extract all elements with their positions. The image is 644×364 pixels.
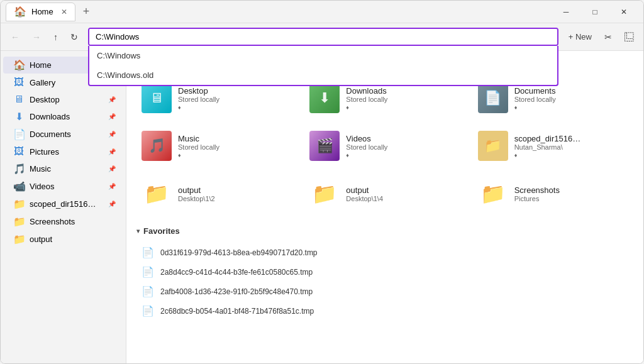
sidebar-item-downloads[interactable]: ⬇ Downloads 📌 — [3, 108, 123, 125]
folder-item-music[interactable]: 🎵 Music Stored locally ♦ — [136, 126, 297, 166]
maximize-button[interactable]: □ — [580, 1, 609, 23]
music-info: Music Stored locally ♦ — [178, 134, 219, 158]
sidebar-label-documents: Documents — [30, 130, 71, 139]
output2-thumb-icon: 📁 — [312, 182, 337, 206]
documents-pin: ♦ — [514, 104, 556, 111]
folder-item-output1[interactable]: 📁 output Desktop\1\2 — [136, 174, 297, 214]
close-button[interactable]: ✕ — [609, 1, 638, 23]
videos-pin: ♦ — [346, 152, 387, 158]
output1-thumbnail: 📁 — [142, 179, 172, 209]
address-suggestion-1[interactable]: C:\Windows — [89, 46, 557, 65]
file-item-1[interactable]: 📄 2a8d4cc9-c41d-4c44-b3fe-fe61c0580c65.t… — [136, 263, 633, 281]
file-name-3: 2c68dbc9-b054-4a01-bf48-71b476f8a51c.tmp — [160, 307, 314, 316]
sidebar-item-music[interactable]: 🎵 Music 📌 — [3, 160, 123, 177]
videos-thumbnail: 🎬 — [309, 131, 340, 161]
up-button[interactable]: ↑ — [48, 30, 63, 45]
sidebar-label-videos: Videos — [30, 182, 55, 191]
file-name-1: 2a8d4cc9-c41d-4c44-b3fe-fe61c0580c65.tmp — [160, 268, 313, 277]
sidebar-item-pictures[interactable]: 🖼 Pictures 📌 — [3, 143, 123, 160]
title-bar: 🏠 Home ✕ + ─ □ ✕ — [1, 1, 643, 23]
documents-pin-icon: 📌 — [108, 131, 116, 138]
output2-sub: Desktop\1\4 — [346, 195, 383, 202]
new-tab-button[interactable]: + — [78, 5, 95, 18]
scoped-folder-icon: 📁 — [13, 198, 25, 210]
folder-item-output2[interactable]: 📁 output Desktop\1\4 — [304, 174, 465, 214]
downloads-pin: ♦ — [346, 104, 387, 111]
sidebar-label-pictures: Pictures — [30, 147, 59, 157]
favorites-header[interactable]: ▾ Favorites — [136, 226, 633, 236]
videos-pin-icon: 📌 — [108, 183, 116, 190]
sidebar-label-home: Home — [30, 60, 52, 70]
address-input[interactable] — [89, 29, 557, 45]
documents-thumb-icon: 📄 — [484, 90, 501, 106]
scoped-info: scoped_dir1516… Nutan_Sharma\ ♦ — [514, 134, 581, 158]
sidebar-item-documents[interactable]: 📄 Documents 📌 — [3, 126, 123, 143]
sidebar-item-desktop[interactable]: 🖥 Desktop 📌 — [3, 91, 123, 108]
folder-item-scoped[interactable]: 📁 scoped_dir1516… Nutan_Sharma\ ♦ — [473, 126, 633, 166]
output1-name: output — [178, 185, 215, 195]
address-suggestion-2[interactable]: C:\Windows.old — [89, 65, 557, 85]
tab-close-button[interactable]: ✕ — [61, 8, 67, 16]
file-explorer-window: 🏠 Home ✕ + ─ □ ✕ ← → ↑ ↻ C:\Windows C:\W… — [0, 0, 644, 364]
active-tab[interactable]: 🏠 Home ✕ — [6, 3, 75, 21]
file-item-3[interactable]: 📄 2c68dbc9-b054-4a01-bf48-71b476f8a51c.t… — [136, 302, 633, 320]
music-pin-icon: 📌 — [108, 165, 116, 172]
output2-thumbnail: 📁 — [309, 179, 340, 209]
sidebar-label-desktop: Desktop — [30, 95, 60, 104]
copy-button[interactable]: ⿺ — [619, 30, 638, 45]
scoped-name: scoped_dir1516… — [514, 134, 581, 143]
output-folder-icon: 📁 — [13, 233, 25, 245]
sidebar-item-screenshots[interactable]: 📁 Screenshots — [3, 213, 123, 230]
pictures-icon: 🖼 — [13, 146, 25, 157]
documents-sub: Stored locally — [514, 96, 556, 103]
address-bar-wrapper — [88, 28, 558, 46]
sidebar-label-screenshots: Screenshots — [30, 217, 75, 226]
favorites-list: 📄 0d31f619-979d-4613-b8ea-eb9490717d20.t… — [136, 243, 633, 320]
videos-name: Videos — [346, 134, 387, 143]
sidebar-label-downloads: Downloads — [30, 112, 70, 121]
downloads-info: Downloads Stored locally ♦ — [346, 86, 387, 111]
desktop-icon: 🖥 — [13, 94, 25, 105]
new-button[interactable]: + New — [564, 30, 597, 44]
home-icon: 🏠 — [13, 59, 25, 71]
scoped-thumb-icon: 📁 — [484, 138, 501, 154]
downloads-sub: Stored locally — [346, 96, 387, 103]
back-button[interactable]: ← — [6, 30, 25, 45]
screenshots-sub: Pictures — [514, 195, 560, 202]
videos-info: Videos Stored locally ♦ — [346, 134, 387, 158]
output1-info: output Desktop\1\2 — [178, 185, 215, 202]
forward-button[interactable]: → — [27, 30, 46, 45]
sidebar-item-scoped[interactable]: 📁 scoped_dir1516… 📌 — [3, 196, 123, 212]
favorites-chevron: ▾ — [136, 228, 140, 234]
cut-button[interactable]: ✂ — [599, 30, 617, 45]
output2-name: output — [346, 185, 383, 195]
favorites-label: Favorites — [143, 226, 180, 236]
folder-item-videos[interactable]: 🎬 Videos Stored locally ♦ — [304, 126, 465, 166]
downloads-icon: ⬇ — [13, 111, 25, 123]
screenshots-name: Screenshots — [514, 185, 560, 195]
address-dropdown: C:\Windows C:\Windows.old — [88, 46, 558, 86]
downloads-pin-icon: 📌 — [108, 113, 116, 120]
minimize-button[interactable]: ─ — [552, 1, 580, 23]
downloads-name: Downloads — [346, 86, 387, 96]
videos-thumb-icon: 🎬 — [316, 138, 333, 154]
scoped-thumbnail: 📁 — [478, 131, 508, 161]
tab-title: Home — [31, 7, 53, 16]
desktop-sub: Stored locally — [178, 96, 219, 103]
sidebar-item-videos[interactable]: 📹 Videos 📌 — [3, 178, 123, 195]
videos-icon: 📹 — [13, 180, 25, 192]
documents-thumbnail: 📄 — [478, 83, 508, 113]
refresh-button[interactable]: ↻ — [65, 30, 83, 45]
pictures-pin-icon: 📌 — [108, 148, 116, 155]
videos-sub: Stored locally — [346, 143, 387, 151]
sidebar-item-output[interactable]: 📁 output — [3, 231, 123, 248]
music-name: Music — [178, 134, 219, 143]
sidebar: 🏠 Home 🖼 Gallery 🖥 Desktop 📌 ⬇ Downloads… — [1, 51, 126, 363]
file-item-2[interactable]: 📄 2afb4008-1d36-423e-91f0-2b5f9c48e470.t… — [136, 282, 633, 301]
folder-item-screenshots[interactable]: 📁 Screenshots Pictures — [473, 174, 633, 214]
window-controls: ─ □ ✕ — [552, 1, 638, 23]
scoped-pin: ♦ — [514, 152, 581, 158]
screenshots-thumbnail: 📁 — [478, 179, 508, 209]
desktop-thumb-icon: 🖥 — [150, 90, 164, 106]
file-item-0[interactable]: 📄 0d31f619-979d-4613-b8ea-eb9490717d20.t… — [136, 243, 633, 262]
